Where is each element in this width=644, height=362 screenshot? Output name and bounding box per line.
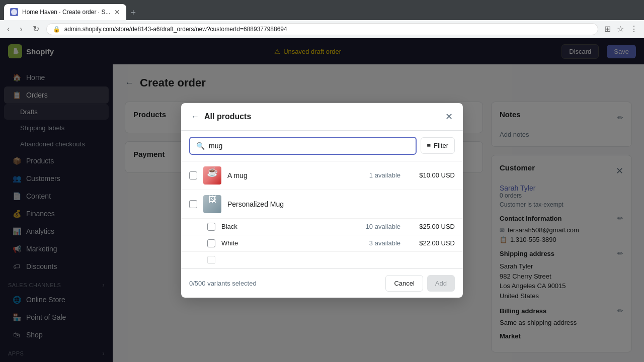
filter-label: Filter: [434, 142, 448, 149]
filter-icon: ≡: [427, 142, 431, 149]
variant-row-white[interactable]: White 3 available $22.00 USD: [181, 235, 463, 252]
mug-thumbnail-icon: ☕: [203, 166, 221, 177]
more-button[interactable]: ⋮: [628, 22, 640, 36]
personalized-mug-thumbnail-icon: 🖼: [203, 195, 221, 204]
variant-price-black: $25.00 USD: [415, 223, 455, 230]
modal-overlay[interactable]: ← All products ✕ 🔍 ≡ Filter ☕ A mu: [0, 38, 644, 362]
browser-chrome: Home Haven · Create order · S... ✕ +: [0, 0, 644, 20]
modal-back-button[interactable]: ←: [191, 112, 199, 121]
product-thumb-personalized-mug: 🖼: [203, 195, 221, 213]
all-products-modal: ← All products ✕ 🔍 ≡ Filter ☕ A mu: [181, 103, 463, 298]
variant-row-black[interactable]: Black 10 available $25.00 USD: [181, 219, 463, 235]
variant-price-white: $22.00 USD: [415, 239, 455, 247]
modal-add-button[interactable]: Add: [427, 275, 455, 292]
back-nav-button[interactable]: ‹: [4, 23, 13, 36]
variants-selected-count: 0/500 variants selected: [189, 280, 257, 287]
variant-name-white: White: [221, 239, 363, 247]
modal-product-list: ☕ A mug 1 available $10.00 USD 🖼 Persona…: [181, 161, 463, 268]
browser-toolbar: ‹ › ↻ 🔒 admin.shopify.com/store/de8143-a…: [0, 20, 644, 38]
search-icon: 🔍: [196, 142, 205, 150]
active-tab[interactable]: Home Haven · Create order · S... ✕: [4, 4, 126, 20]
product-row-personalized-mug[interactable]: 🖼 Personalized Mug: [181, 190, 463, 219]
tab-title: Home Haven · Create order · S...: [22, 9, 110, 16]
tab-favicon: [10, 8, 18, 16]
modal-close-button[interactable]: ✕: [445, 111, 453, 122]
footer-actions: Cancel Add: [385, 275, 455, 292]
variant-available-white: 3 available: [369, 239, 400, 247]
product-checkbox-personalized-mug[interactable]: [189, 200, 197, 208]
svg-point-0: [11, 9, 17, 15]
tab-close-button[interactable]: ✕: [114, 8, 120, 16]
modal-search-area: 🔍 ≡ Filter: [181, 131, 463, 161]
reload-button[interactable]: ↻: [30, 22, 42, 36]
product-checkbox-a-mug[interactable]: [189, 171, 197, 179]
product-price-a-mug: $10.00 USD: [415, 171, 455, 179]
modal-header: ← All products ✕: [181, 103, 463, 131]
address-bar[interactable]: 🔒 admin.shopify.com/store/de8143-a6/draf…: [46, 23, 598, 35]
modal-title: All products: [204, 112, 440, 121]
product-name-personalized-mug: Personalized Mug: [227, 200, 394, 208]
modal-cancel-button[interactable]: Cancel: [385, 275, 423, 292]
product-name-a-mug: A mug: [227, 171, 363, 179]
browser-actions: ⊞ ☆ ⋮: [602, 22, 640, 36]
variant-checkbox-partial: [207, 256, 215, 264]
browser-tabs: Home Haven · Create order · S... ✕ +: [4, 0, 138, 20]
product-row-a-mug[interactable]: ☕ A mug 1 available $10.00 USD: [181, 161, 463, 190]
variant-checkbox-white[interactable]: [207, 239, 215, 247]
variant-available-black: 10 available: [366, 223, 400, 230]
modal-footer: 0/500 variants selected Cancel Add: [181, 268, 463, 298]
product-thumb-a-mug: ☕: [203, 166, 221, 185]
product-available-a-mug: 1 available: [369, 171, 400, 179]
variant-name-black: Black: [221, 223, 360, 230]
forward-nav-button[interactable]: ›: [17, 23, 25, 36]
filter-button[interactable]: ≡ Filter: [421, 137, 455, 154]
lock-icon: 🔒: [53, 26, 60, 33]
url-text: admin.shopify.com/store/de8143-a6/draft_…: [64, 26, 287, 33]
variant-checkbox-black[interactable]: [207, 223, 215, 231]
search-wrapper: 🔍: [189, 137, 417, 155]
new-tab-button[interactable]: +: [128, 6, 138, 20]
variant-row-partial: [181, 252, 463, 268]
product-search-input[interactable]: [209, 142, 410, 150]
extensions-button[interactable]: ⊞: [602, 22, 613, 36]
bookmark-button[interactable]: ☆: [615, 22, 626, 36]
